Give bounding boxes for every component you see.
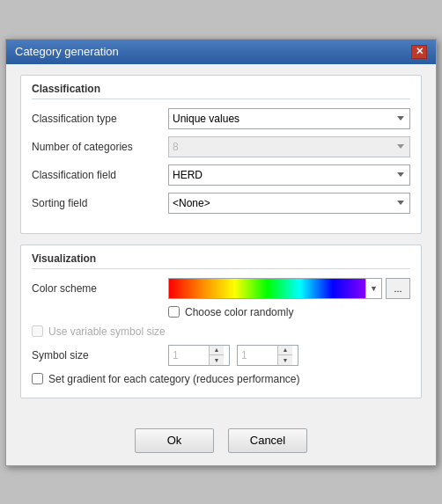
symbol-size-label: Symbol size: [32, 349, 168, 362]
set-gradient-row: Set gradient for each category (reduces …: [32, 373, 410, 385]
color-scheme-label: Color scheme: [32, 282, 168, 295]
use-variable-symbol-size-checkbox[interactable]: [32, 325, 43, 337]
num-categories-control: 8: [168, 136, 410, 157]
classification-field-select[interactable]: HERD: [168, 164, 410, 186]
color-bar-wrapper[interactable]: ▼: [168, 278, 382, 299]
spinbox-2-up-arrow[interactable]: ▲: [278, 346, 292, 356]
spinbox-1-down-arrow[interactable]: ▼: [210, 355, 224, 365]
color-bar: [169, 279, 365, 298]
title-bar: Category generation ✕: [6, 40, 436, 64]
symbol-size-input-1[interactable]: [169, 346, 209, 365]
sorting-field-row: Sorting field <None>: [32, 193, 410, 214]
classification-field-label: Classification field: [32, 169, 168, 181]
symbol-size-row: Symbol size ▲ ▼ ▲ ▼: [32, 345, 410, 366]
close-button[interactable]: ✕: [411, 45, 427, 59]
sorting-field-control: <None>: [168, 193, 410, 214]
symbol-size-spinbox-2: ▲ ▼: [237, 345, 298, 366]
dialog-body: Classification Classification type Uniqu…: [6, 64, 436, 420]
visualization-section-title: Visualization: [32, 252, 410, 269]
sorting-field-select[interactable]: <None>: [168, 193, 410, 214]
cancel-button[interactable]: Cancel: [228, 428, 307, 453]
spinbox-1-up-arrow[interactable]: ▲: [210, 346, 224, 356]
symbol-size-spinbox-1: ▲ ▼: [168, 345, 230, 366]
category-generation-dialog: Category generation ✕ Classification Cla…: [5, 39, 437, 466]
symbol-size-input-2[interactable]: [238, 346, 277, 365]
spinbox-2-arrows: ▲ ▼: [277, 346, 292, 365]
choose-color-randomly-label: Choose color randomly: [185, 306, 293, 318]
choose-color-randomly-row: Choose color randomly: [32, 306, 410, 318]
ok-button[interactable]: Ok: [135, 428, 214, 453]
color-scheme-row: Color scheme ▼ ...: [32, 278, 410, 299]
classification-type-control: Unique values Equal interval Quantile Na…: [168, 108, 410, 129]
color-bar-container: ▼ ...: [168, 278, 410, 299]
classification-type-row: Classification type Unique values Equal …: [32, 108, 410, 129]
use-variable-symbol-size-label: Use variable symbol size: [48, 325, 166, 338]
choose-color-randomly-checkbox[interactable]: [168, 306, 180, 318]
classification-section-title: Classification: [32, 83, 410, 99]
set-gradient-label: Set gradient for each category (reduces …: [48, 373, 299, 385]
classification-type-label: Classification type: [32, 113, 168, 125]
spinbox-2-down-arrow[interactable]: ▼: [278, 355, 292, 365]
dialog-title: Category generation: [15, 45, 119, 58]
num-categories-row: Number of categories 8: [32, 136, 410, 157]
classification-field-control: HERD: [168, 164, 410, 186]
set-gradient-checkbox[interactable]: [32, 373, 43, 384]
spinbox-1-arrows: ▲ ▼: [209, 346, 224, 365]
color-bar-dropdown-arrow[interactable]: ▼: [365, 279, 381, 298]
dialog-footer: Ok Cancel: [6, 420, 436, 465]
classification-type-select[interactable]: Unique values Equal interval Quantile Na…: [168, 108, 410, 129]
classification-field-row: Classification field HERD: [32, 164, 410, 186]
num-categories-select[interactable]: 8: [168, 136, 410, 157]
visualization-section: Visualization Color scheme ▼ ... Choose …: [20, 245, 422, 398]
sorting-field-label: Sorting field: [32, 197, 168, 209]
num-categories-label: Number of categories: [32, 141, 168, 153]
color-scheme-ellipsis-button[interactable]: ...: [386, 278, 410, 299]
classification-section: Classification Classification type Uniqu…: [20, 75, 422, 234]
use-variable-symbol-size-row: Use variable symbol size: [32, 325, 410, 338]
